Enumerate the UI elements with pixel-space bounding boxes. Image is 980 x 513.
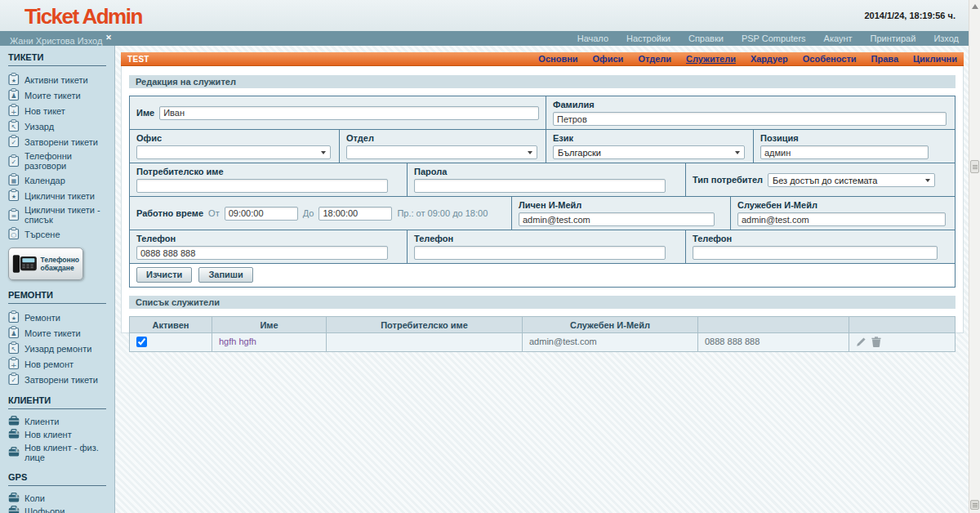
- svg-text:+: +: [11, 361, 17, 369]
- svg-text:+: +: [11, 108, 17, 116]
- sidebar-item-label: Търсене: [24, 229, 60, 239]
- password-input[interactable]: [414, 179, 666, 193]
- menu-item-settings[interactable]: Настройки: [626, 33, 670, 43]
- user-session-label: Жани Христова Изход: [10, 36, 102, 46]
- svg-text:+: +: [15, 506, 19, 512]
- sidebar-item-label: Календар: [24, 175, 65, 185]
- sidebar-item-cyclic-tickets-list[interactable]: ≡ Циклични тикети - списък: [8, 204, 106, 225]
- menu-item-print[interactable]: Принтирай: [871, 33, 916, 43]
- sidebar-item-my-tickets[interactable]: ♟ Моите тикети: [8, 88, 106, 101]
- edit-pencil-icon[interactable]: [856, 337, 866, 347]
- tab-ofisi[interactable]: Офиси: [593, 54, 624, 64]
- menu-item-reports[interactable]: Справки: [688, 33, 724, 43]
- phone-call-button[interactable]: Телефонно обаждане: [8, 248, 83, 280]
- page-scrollbar[interactable]: [969, 0, 980, 513]
- svg-text:★: ★: [11, 78, 16, 84]
- sidebar-item-label: Моите тикети: [24, 90, 81, 100]
- sidebar-item-cyclic-tickets[interactable]: ★ Циклични тикети: [8, 189, 106, 202]
- sidebar-item-label: Затворени тикети: [24, 374, 98, 385]
- user-type-select[interactable]: Без достъп до системата: [768, 173, 935, 187]
- sidebar-item-cars[interactable]: + Коли: [8, 493, 106, 503]
- first-name-input[interactable]: [159, 106, 539, 120]
- table-row: hgfh hgfh admin@test.com 0888 888 888: [130, 333, 955, 351]
- phone3-input[interactable]: [693, 246, 938, 260]
- scrollbar-thumb[interactable]: [970, 160, 979, 173]
- username-input[interactable]: [136, 179, 388, 193]
- tab-sluzhiteli[interactable]: Служители: [686, 54, 736, 64]
- sidebar-item-clients[interactable]: Клиенти: [8, 416, 106, 426]
- module-tabs: Основни Офиси Отдели Служители Хардуер О…: [538, 54, 957, 64]
- top-header: Ticket Admin 2014/1/24, 18:19:56 ч.: [0, 0, 969, 31]
- phone1-input[interactable]: [136, 246, 388, 260]
- sidebar-item-drivers[interactable]: + Шофьори: [8, 506, 106, 513]
- clipboard-star-icon: ★: [8, 310, 20, 323]
- work-time-from-input[interactable]: [225, 207, 298, 221]
- tab-osnovni[interactable]: Основни: [538, 54, 577, 64]
- employees-table-header: Активен Име Потребителско име Служебен И…: [130, 317, 955, 333]
- last-name-input[interactable]: [553, 112, 947, 126]
- sidebar-item-phone-calls[interactable]: ✓ Телефонни разговори: [8, 150, 106, 171]
- window-title: TEST: [127, 55, 149, 64]
- phone2-input[interactable]: [414, 246, 666, 260]
- sidebar-item-closed-tickets[interactable]: ✓ Затворени тикети: [8, 135, 106, 148]
- main-content: TEST Основни Офиси Отдели Служители Хард…: [121, 52, 964, 333]
- delete-trash-icon[interactable]: [871, 337, 881, 347]
- sidebar-item-active-tickets[interactable]: ★ Активни тикети: [8, 73, 106, 86]
- menu-item-account[interactable]: Акаунт: [824, 33, 853, 43]
- language-select[interactable]: Български: [553, 145, 745, 159]
- tab-harduer[interactable]: Хардуер: [751, 54, 788, 64]
- sidebar-item-my-repair-tickets[interactable]: ♟ Моите тикети: [8, 326, 106, 339]
- personal-email-input[interactable]: [519, 212, 715, 226]
- active-checkbox[interactable]: [136, 337, 147, 347]
- clipboard-wizard-icon: ↖: [8, 119, 20, 132]
- phone2-label: Телефон: [414, 234, 679, 243]
- svg-text:+: +: [15, 447, 19, 453]
- chevron-down-icon: [925, 179, 930, 182]
- clipboard-plus-icon: +: [8, 357, 20, 370]
- sidebar-item-wizard[interactable]: ↖ Уизард: [8, 119, 106, 132]
- close-session-icon[interactable]: ✕: [105, 33, 112, 42]
- svg-text:♟: ♟: [11, 330, 16, 337]
- menu-item-psp-computers[interactable]: PSP Computers: [742, 33, 806, 43]
- menu-item-logout[interactable]: Изход: [933, 33, 959, 43]
- personal-email-label: Личен И-Мейл: [519, 200, 724, 210]
- tab-otdeli[interactable]: Отдели: [638, 54, 671, 64]
- sidebar-item-new-client-person[interactable]: + Нов клиент - физ. лице: [8, 442, 106, 462]
- sidebar-item-calendar[interactable]: ▦ Календар: [8, 173, 106, 186]
- department-select[interactable]: [346, 145, 537, 159]
- tab-ciklichni[interactable]: Циклични: [913, 54, 957, 64]
- clear-button[interactable]: Изчисти: [136, 267, 192, 283]
- column-header-actions: [849, 317, 955, 332]
- save-button[interactable]: Запиши: [198, 267, 252, 283]
- office-select[interactable]: [136, 145, 331, 159]
- sidebar-item-new-ticket[interactable]: + Нов тикет: [8, 104, 106, 117]
- sidebar-item-new-repair[interactable]: + Нов ремонт: [8, 357, 106, 370]
- sidebar-item-label: Шофьори: [24, 506, 65, 513]
- position-label: Позиция: [760, 133, 948, 143]
- tab-osobenosti[interactable]: Особености: [803, 54, 857, 64]
- menu-item-home[interactable]: Начало: [577, 33, 608, 43]
- position-input[interactable]: [760, 145, 929, 159]
- user-session-tab[interactable]: Жани Христова Изход✕: [10, 33, 112, 46]
- work-email-input[interactable]: [737, 212, 946, 226]
- sidebar-item-new-client[interactable]: + Нов клиент: [8, 429, 106, 439]
- phone3-label: Телефон: [693, 234, 948, 243]
- employees-table: Активен Име Потребителско име Служебен И…: [129, 316, 956, 352]
- work-email-label: Служебен И-Мейл: [737, 200, 948, 210]
- sidebar-item-label: Нов ремонт: [24, 359, 74, 369]
- language-label: Език: [553, 133, 746, 143]
- content-panel: Редакция на служител Име Фамилия: [121, 66, 964, 333]
- tab-prava[interactable]: Права: [871, 54, 898, 64]
- sidebar-item-repair-wizard[interactable]: ↖ Уизард ремонти: [8, 341, 106, 355]
- scrollbar-bottom-grip[interactable]: [970, 500, 979, 510]
- sidebar-item-search[interactable]: ○ Търсене: [8, 227, 106, 240]
- svg-text:★: ★: [11, 194, 16, 200]
- employee-name-link[interactable]: hgfh hgfh: [219, 337, 256, 346]
- work-time-to-input[interactable]: [318, 207, 392, 221]
- svg-text:≡: ≡: [11, 212, 16, 220]
- scroll-up-icon[interactable]: [972, 4, 978, 9]
- app-logo: Ticket Admin: [24, 4, 142, 29]
- sidebar-item-closed-repairs[interactable]: ✓ Затворени тикети: [8, 372, 106, 386]
- sidebar-item-repairs[interactable]: ★ Ремонти: [8, 310, 106, 323]
- clipboard-wizard-icon: ↖: [8, 341, 20, 355]
